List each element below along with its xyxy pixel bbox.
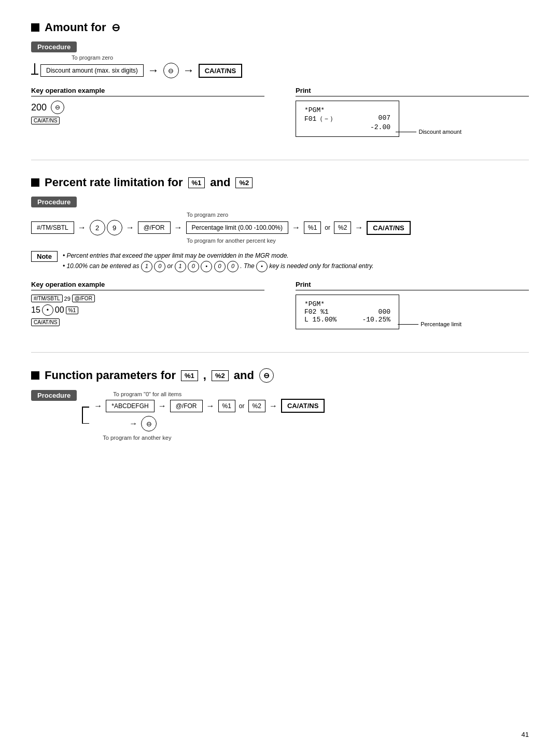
pct-limit-label-area: Percentage limit [398, 321, 461, 327]
or-text-2: or [239, 402, 245, 410]
section1-flow-area: Procedure To program zero Discount amoun… [31, 41, 529, 78]
note-key-0d: 0 [227, 261, 239, 272]
key-op-header-2: Key operation example [31, 281, 264, 290]
section2-title-text: Percent rate limitation for [45, 176, 183, 189]
print-header-2: Print [296, 281, 529, 290]
key-op-header-1: Key operation example [31, 87, 264, 96]
key-15: 15 [31, 305, 40, 315]
arrow-icon-2: → [183, 64, 194, 77]
note-key-1b: 1 [175, 261, 186, 272]
black-square-icon [31, 23, 39, 32]
arrow-icon-1: → [148, 64, 159, 77]
flow-circle-minus-3: ⊖ [141, 416, 157, 431]
flow-pctlimit: Percentage limit (0.00 -100.00%) [186, 221, 288, 234]
print-line2-1: F01（－） 007 [304, 114, 390, 123]
section2-flow-area: Procedure To program zero #/TM/SBTL → 2 … [31, 197, 529, 244]
section3-and: and [234, 369, 254, 382]
key-op-value-1: 200 [31, 102, 47, 113]
flow-box-discount: Discount amount (max. six digits) [40, 64, 144, 77]
section2-pct1-key: %1 [188, 177, 205, 188]
flow-abcdefgh: *ABCDEFGH [106, 400, 154, 412]
arrow-s3-0: → [94, 401, 102, 411]
note-key-dot2: • [256, 261, 268, 272]
arrow-s3-3: → [269, 401, 277, 411]
note-key-0a: 0 [154, 261, 165, 272]
section1-key-print-area: Key operation example 200 ⊖ CA/AT/NS Pri… [31, 87, 529, 137]
section1-key-op-col: Key operation example 200 ⊖ CA/AT/NS [31, 87, 264, 137]
print-000: 000 [379, 308, 390, 316]
arrow-s3-4: → [129, 419, 137, 428]
key-op-circle-1: ⊖ [51, 101, 64, 114]
flow-pct2-s3: %2 [248, 400, 265, 412]
section1-symbol: ⊖ [111, 21, 120, 34]
flow-pct1-s3: %1 [218, 400, 235, 412]
flow-circle-2: 2 [90, 220, 105, 235]
section-function-params: Function parameters for %1 , %2 and ⊖ Pr… [31, 368, 529, 441]
note-line2: • 10.00% can be entered as 1 0 or 1 0 • … [63, 261, 374, 272]
section2-flow-row: #/TM/SBTL → 2 9 → @/FOR → Percentage lim… [31, 220, 529, 235]
flow-caatns-1: CA/AT/NS [199, 64, 242, 78]
flow-caatns-3: CA/AT/NS [281, 399, 325, 413]
print-line2-2: F02 %1 000 [304, 308, 390, 316]
section1-print-col: Print *PGM* F01（－） 007 -2.00 Discount am… [296, 87, 529, 137]
print-pgm-1: *PGM* [304, 106, 390, 114]
arrow-s2-4: → [292, 223, 300, 232]
key-op-line3: CA/AT/NS [31, 318, 264, 326]
print-f01: F01（－） [304, 114, 337, 123]
arrow-s2-5: → [355, 223, 363, 232]
print-pgm-2: *PGM* [304, 300, 390, 308]
section1-title-text: Amount for [45, 21, 106, 34]
print-1025: -10.25% [362, 316, 390, 324]
section3-flow-row2: → ⊖ [127, 416, 325, 431]
section2-and: and [210, 176, 230, 189]
note-key-0c: 0 [214, 261, 226, 272]
key-op-line2: 15 • 00 %1 [31, 304, 264, 316]
flow-top-note-2: To program zero [187, 212, 529, 218]
section3-title-text: Function parameters for [45, 369, 176, 382]
key-29: 29 [64, 296, 71, 302]
flow-pct1-step: %1 [304, 221, 321, 234]
black-square-icon-2 [31, 178, 39, 187]
arrow-s3-2: → [206, 401, 215, 411]
flow-circle-minus: ⊖ [163, 63, 179, 78]
procedure-badge-2: Procedure [31, 197, 77, 207]
section3-flow-area: Procedure To program "0" for all items → [31, 390, 529, 441]
flow-atfor: @/FOR [138, 221, 171, 234]
procedure-badge-3: Procedure [31, 390, 77, 401]
note-badge: Note [31, 251, 58, 262]
arrow-s2-2: → [126, 223, 134, 232]
key-pct1-small: %1 [66, 306, 78, 314]
print-receipt-1: *PGM* F01（－） 007 -2.00 [296, 101, 399, 137]
arrow-s2-1: → [78, 223, 86, 232]
divider-1 [31, 160, 529, 160]
key-htmsbtl-small: #/TM/SBTL [31, 295, 63, 302]
print-receipt-2: *PGM* F02 %1 000 L 15.00% -10.25% [296, 295, 399, 329]
key-op-lines-2: #/TM/SBTL 29 @/FOR 15 • 00 %1 CA/AT/NS [31, 295, 264, 326]
note-key-dot: • [201, 261, 212, 272]
print-l1500: L 15.00% [304, 316, 337, 324]
print-line3-2: L 15.00% -10.25% [304, 316, 390, 324]
flow-htmsbtl: #/TM/SBTL [31, 221, 74, 234]
black-square-icon-3 [31, 371, 39, 380]
flow-pct2-step: %2 [334, 221, 351, 234]
flow-circle-9: 9 [107, 220, 122, 235]
section-percent-rate: Percent rate limitation for %1 and %2 Pr… [31, 176, 529, 329]
note-text: • Percent entries that exceed the upper … [63, 251, 374, 272]
discount-label-area: Discount amount [396, 129, 461, 135]
key-00: 00 [55, 305, 64, 315]
note-key-0b: 0 [188, 261, 199, 272]
or-text-1: or [325, 224, 330, 231]
flow-top-note-3: To program "0" for all items [113, 391, 325, 397]
print-header-1: Print [296, 87, 529, 96]
key-dot-circle: • [42, 304, 53, 316]
key-op-subkey-1: CA/AT/NS [31, 117, 60, 124]
section1-title: Amount for ⊖ [31, 21, 529, 34]
procedure-badge-1: Procedure [31, 41, 77, 52]
section2-key-print-area: Key operation example #/TM/SBTL 29 @/FOR… [31, 281, 529, 329]
section3-pct2: %2 [212, 370, 229, 381]
flow-atfor-3: @/FOR [170, 400, 203, 412]
print-amount-1: -2.00 [304, 123, 390, 131]
note-key-1: 1 [141, 261, 152, 272]
section2-print-col: Print *PGM* F02 %1 000 L 15.00% -10.25% … [296, 281, 529, 329]
flow-bottom-note-3: To program for another key [103, 435, 325, 441]
